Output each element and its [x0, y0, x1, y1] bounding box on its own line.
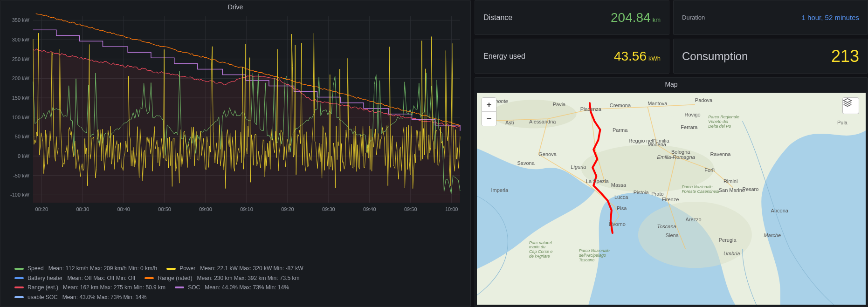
duration-value: 1 hour, 52 minutes — [802, 14, 859, 21]
legend-item[interactable]: Range (rated) Mean: 230 km Max: 392 km M… — [145, 273, 299, 283]
duration-label: Duration — [682, 14, 705, 21]
svg-text:09:20: 09:20 — [281, 206, 294, 212]
legend-text: usable SOC Mean: 43.0% Max: 73% Min: 14% — [28, 293, 146, 302]
legend-swatch — [14, 296, 24, 298]
svg-text:100 kW: 100 kW — [12, 115, 30, 120]
chart-legend: Speed Mean: 112 km/h Max: 209 km/h Min: … — [0, 262, 470, 307]
legend-text: Range (rated) Mean: 230 km Max: 392 km M… — [158, 273, 299, 283]
svg-text:250 kW: 250 kW — [12, 56, 30, 62]
legend-text: Power Mean: 22.1 kW Max: 320 kW Min: -87… — [179, 264, 303, 273]
svg-text:08:20: 08:20 — [35, 206, 48, 212]
energy-stat: Energy used 43.56 kWh — [475, 39, 669, 74]
legend-item[interactable]: SOC Mean: 44.0% Max: 73% Min: 14% — [175, 283, 289, 292]
svg-text:200 kW: 200 kW — [12, 75, 30, 81]
legend-text: Range (est.) Mean: 162 km Max: 275 km Mi… — [28, 283, 165, 292]
legend-swatch — [145, 277, 154, 279]
svg-text:09:00: 09:00 — [199, 206, 212, 212]
consumption-value: 213 — [831, 47, 859, 66]
energy-value: 43.56 — [614, 49, 647, 64]
svg-text:09:30: 09:30 — [322, 206, 335, 212]
legend-text: SOC Mean: 44.0% Max: 73% Min: 14% — [188, 283, 289, 292]
legend-text: Battery heater Mean: Off Max: Off Min: O… — [28, 273, 135, 283]
svg-text:08:40: 08:40 — [117, 206, 130, 212]
svg-text:09:40: 09:40 — [363, 206, 376, 212]
drive-chart-panel: Drive -100 kW-50 kW0 kW50 kW100 kW150 kW… — [0, 0, 471, 307]
distance-unit: km — [653, 16, 661, 23]
legend-swatch — [14, 268, 24, 270]
legend-swatch — [14, 287, 24, 288]
svg-text:-50 kW: -50 kW — [13, 173, 29, 178]
svg-text:-100 kW: -100 kW — [10, 192, 30, 198]
consumption-label: Consumption — [682, 50, 748, 63]
legend-item[interactable]: Range (est.) Mean: 162 km Max: 275 km Mi… — [14, 283, 165, 292]
energy-unit: kWh — [648, 55, 661, 62]
svg-text:350 kW: 350 kW — [12, 17, 30, 23]
svg-point-46 — [638, 202, 752, 268]
layers-icon — [843, 98, 852, 107]
svg-text:09:10: 09:10 — [240, 206, 253, 212]
map-zoom-control: + − — [482, 97, 496, 126]
legend-item[interactable]: usable SOC Mean: 43.0% Max: 73% Min: 14% — [14, 293, 146, 302]
energy-label: Energy used — [483, 52, 525, 61]
svg-text:08:50: 08:50 — [158, 206, 171, 212]
legend-item[interactable]: Battery heater Mean: Off Max: Off Min: O… — [14, 273, 135, 283]
svg-marker-42 — [844, 99, 852, 102]
map-layers-button[interactable] — [842, 97, 859, 114]
legend-item[interactable]: Power Mean: 22.1 kW Max: 320 kW Min: -87… — [166, 264, 303, 273]
map-view[interactable]: + − PiemonteAstiAlessandriaPaviaPiacenza… — [477, 93, 866, 305]
zoom-out-button[interactable]: − — [482, 112, 496, 126]
svg-text:300 kW: 300 kW — [12, 37, 30, 42]
svg-text:50 kW: 50 kW — [15, 134, 30, 139]
zoom-in-button[interactable]: + — [482, 98, 496, 112]
svg-text:09:50: 09:50 — [404, 206, 417, 212]
legend-swatch — [175, 287, 184, 288]
distance-stat: Distance 204.84 km — [475, 0, 669, 35]
svg-text:0 kW: 0 kW — [18, 153, 30, 159]
legend-swatch — [14, 277, 24, 279]
svg-point-44 — [491, 100, 577, 128]
legend-swatch — [166, 268, 176, 270]
svg-text:08:30: 08:30 — [76, 206, 89, 212]
duration-stat: Duration 1 hour, 52 minutes — [673, 0, 868, 35]
legend-item[interactable]: Speed Mean: 112 km/h Max: 209 km/h Min: … — [14, 264, 157, 273]
chart-title: Drive — [0, 0, 470, 14]
distance-value: 204.84 — [611, 10, 651, 25]
consumption-stat: Consumption 213 — [673, 39, 868, 74]
map-panel: Map + − PiemonteAstiAlessandriaPaviaPiac… — [475, 77, 868, 307]
chart-plot-area[interactable]: -100 kW-50 kW0 kW50 kW100 kW150 kW200 kW… — [4, 14, 466, 262]
distance-label: Distance — [483, 14, 512, 22]
svg-text:10:00: 10:00 — [445, 206, 458, 212]
legend-text: Speed Mean: 112 km/h Max: 209 km/h Min: … — [28, 264, 157, 273]
map-title: Map — [475, 78, 868, 91]
svg-text:150 kW: 150 kW — [12, 95, 30, 101]
